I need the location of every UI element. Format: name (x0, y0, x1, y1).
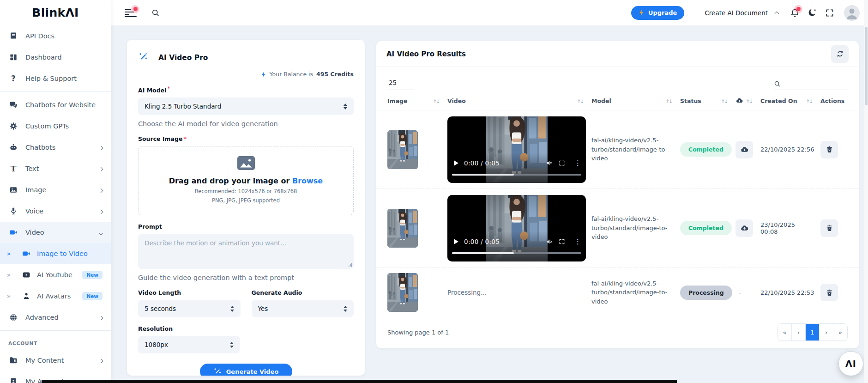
select-arrows-icon (344, 103, 347, 109)
select-arrows-icon (230, 306, 234, 312)
balance-value: 495 Credits (316, 71, 354, 78)
scrollbar-thumb[interactable] (865, 27, 868, 105)
play-icon[interactable] (454, 160, 458, 166)
book-icon (8, 31, 18, 41)
delete-button[interactable] (820, 284, 838, 301)
sidebar-item-label: AI Avatars (37, 292, 71, 300)
globe-icon (8, 312, 18, 322)
video-player[interactable]: 0:00 / 0:05 ⋮ (447, 195, 586, 261)
delete-button[interactable] (820, 141, 838, 158)
sidebar-item-my-content[interactable]: My Content (0, 350, 111, 371)
resize-handle-icon[interactable] (348, 263, 352, 267)
video-progress-bar[interactable] (452, 252, 581, 254)
image-dropzone[interactable]: Drag and drop your image or Browse Recom… (138, 146, 354, 215)
sidebar-item-voice[interactable]: Voice (0, 201, 111, 222)
fullscreen-icon[interactable] (559, 160, 565, 166)
first-page-button[interactable]: « (778, 324, 792, 340)
fullscreen-icon[interactable] (821, 4, 838, 22)
search-icon[interactable] (147, 4, 164, 22)
sidebar-item-label: Image to Video (37, 250, 88, 257)
sort-icon[interactable]: ↑↓ (746, 98, 752, 104)
menu-toggle-icon[interactable] (125, 8, 137, 18)
ai-assistant-fab[interactable]: ΛI (838, 351, 863, 376)
sidebar-item-chatbots[interactable]: Chatbots (0, 137, 111, 158)
youtube-icon (21, 270, 31, 280)
video-player[interactable]: 0:00 / 0:05 ⋮ (447, 116, 586, 183)
video-length-label: Video Length (138, 289, 241, 296)
sidebar-item-label: My Content (25, 357, 64, 364)
fullscreen-icon[interactable] (559, 238, 565, 245)
video-length-select[interactable]: 5 seconds (138, 300, 241, 317)
volume-muted-icon[interactable] (546, 238, 553, 245)
notification-dot (794, 5, 802, 13)
dark-mode-moon-icon[interactable] (803, 4, 821, 22)
page-scrollbar[interactable] (864, 0, 868, 383)
last-page-button[interactable]: » (833, 324, 847, 340)
ai-model-select[interactable]: Kling 2.5 Turbo Standard (138, 97, 354, 115)
sidebar-item-label: Advanced (25, 314, 59, 321)
dropzone-text: Drag and drop your image or Browse (142, 176, 350, 185)
sidebar-item-ai-youtube[interactable]: » AI Youtube New (0, 264, 111, 286)
sort-icon[interactable]: ↑↓ (806, 98, 812, 104)
pagination: « ‹ 1 › » (778, 323, 848, 341)
video-progress-bar[interactable] (452, 174, 581, 176)
source-image-thumbnail[interactable] (387, 209, 418, 248)
sidebar-item-dashboard[interactable]: Dashboard (0, 47, 111, 68)
results-search-input[interactable] (784, 80, 846, 87)
trash-icon (826, 146, 833, 153)
download-button[interactable] (735, 219, 753, 237)
source-image-thumbnail[interactable] (387, 273, 418, 312)
prev-page-button[interactable]: ‹ (792, 324, 806, 340)
sort-icon[interactable]: ↑↓ (721, 98, 727, 104)
notifications-bell-icon[interactable] (786, 4, 803, 22)
sidebar-item-custom-gpts[interactable]: Custom GPTs (0, 116, 111, 137)
page-1-button[interactable]: 1 (806, 324, 820, 340)
sort-icon[interactable]: ↑↓ (665, 98, 672, 104)
person-icon (21, 291, 31, 301)
sidebar-item-advanced[interactable]: Advanced (0, 307, 111, 328)
cloud-download-icon (740, 224, 749, 232)
chevron-up-icon[interactable] (775, 9, 778, 17)
page-size-select[interactable]: 25 (387, 79, 414, 90)
created-on-cell: 23/10/2025 00:08 (760, 221, 797, 235)
volume-muted-icon[interactable] (546, 159, 553, 167)
chevron-down-icon (99, 229, 102, 236)
sidebar-item-label: API Docs (25, 32, 54, 40)
sort-icon[interactable]: ↑↓ (433, 98, 439, 104)
next-page-button[interactable]: › (820, 324, 833, 340)
resolution-label: Resolution (138, 325, 354, 332)
delete-button[interactable] (820, 219, 838, 237)
prompt-textarea[interactable]: Describe the motion or animation you wan… (138, 234, 354, 269)
text-icon: T (8, 164, 18, 174)
sidebar-item-text[interactable]: T Text (0, 158, 111, 179)
refresh-button[interactable] (831, 45, 849, 63)
sidebar-item-image[interactable]: Image (0, 179, 111, 201)
resolution-select[interactable]: 1080px (138, 336, 240, 353)
sidebar-item-api-docs[interactable]: API Docs (0, 25, 111, 47)
sidebar-item-video[interactable]: Video (0, 222, 111, 243)
generate-audio-select[interactable]: Yes (252, 300, 354, 317)
generate-video-button[interactable]: Generate Video (200, 364, 292, 376)
status-badge: Completed (680, 221, 732, 235)
ai-model-help-text: Choose the AI model for video generation (138, 120, 354, 128)
sidebar-item-image-to-video[interactable]: » Image to Video (0, 243, 111, 264)
chevron-right-icon (99, 207, 102, 215)
sort-icon[interactable]: ↑↓ (577, 98, 583, 104)
generate-audio-label: Generate Audio (252, 289, 354, 296)
sidebar-item-help[interactable]: ? Help & Support (0, 68, 111, 89)
play-icon[interactable] (454, 239, 458, 244)
download-button[interactable] (735, 141, 753, 158)
browse-link[interactable]: Browse (292, 176, 323, 185)
chat-bubbles-icon (8, 100, 18, 110)
status-badge: Completed (680, 142, 732, 157)
kebab-menu-icon[interactable]: ⋮ (574, 159, 581, 167)
source-image-thumbnail[interactable] (387, 130, 418, 169)
refresh-icon (836, 49, 844, 58)
upgrade-button[interactable]: Upgrade (631, 6, 684, 20)
kebab-menu-icon[interactable]: ⋮ (574, 237, 581, 246)
create-ai-document-button[interactable]: Create AI Document (705, 9, 768, 17)
user-avatar[interactable] (844, 5, 860, 21)
sidebar-item-ai-avatars[interactable]: » AI Avatars New (0, 286, 111, 307)
table-header-row: Image↑↓ Video↑↓ Model↑↓ Status↑↓ ↑↓ Crea… (376, 92, 859, 110)
sidebar-item-chatbots-website[interactable]: Chatbots for Website (0, 94, 111, 116)
